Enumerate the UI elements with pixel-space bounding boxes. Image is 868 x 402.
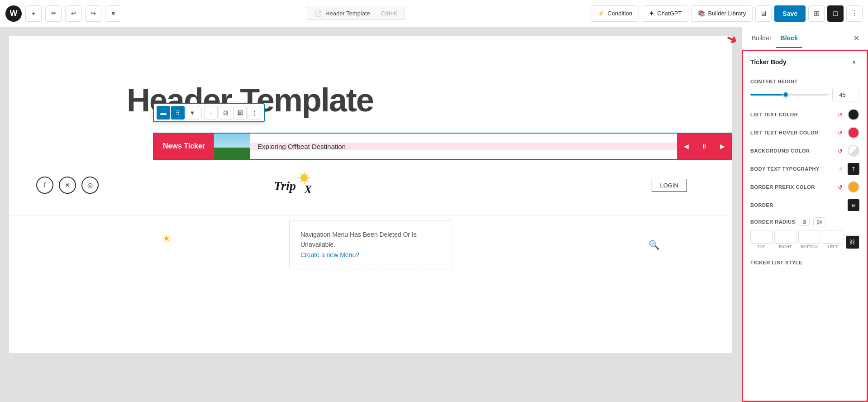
border-radius-left-input[interactable] [822,230,844,244]
content-height-input[interactable] [832,88,859,101]
background-color-row: BACKGROUND COLOR ↺ [750,145,859,157]
edit-button[interactable]: ✏ [45,5,62,22]
list-text-color-swatch[interactable] [848,109,859,120]
list-text-hover-color-label: LIST TEXT HOVER COLOR [750,130,818,135]
right-panel: Builder Block ✕ Ticker Body ∧ CONTENT HE… [741,27,868,402]
background-color-actions: ↺ [835,145,859,157]
list-text-color-label: LIST TEXT COLOR [750,112,798,117]
svg-line-7 [307,174,308,175]
toolbar-link-btn[interactable]: ⛓ [219,106,232,120]
slider-fill [750,94,786,96]
builder-library-button[interactable]: 📚 Builder Library [691,5,753,22]
ticker-pause-button[interactable]: ⏸ [695,134,713,159]
topbar-right: ⚡ Condition ✦ ChatGPT 📚 Builder Library … [591,5,863,22]
border-prefix-color-reset[interactable]: ↺ [835,182,845,192]
border-prefix-color-row: BORDER PREFIX COLOR ↺ [750,181,859,193]
ticker-next-button[interactable]: ▶ [713,134,731,159]
nav-deleted-message: Navigation Menu Has Been Deleted Or Is U… [289,220,452,269]
template-shortcut: Ctrl+K [381,10,397,17]
section-header-ticker-body: Ticker Body ∧ [743,51,867,73]
logo-svg: Trip X [272,170,326,197]
list-text-hover-color-reset[interactable]: ↺ [835,128,845,138]
border-radius-bottom-input[interactable] [798,230,820,244]
builder-library-label: Builder Library [708,10,746,17]
background-color-reset[interactable]: ↺ [835,146,845,156]
redo-button[interactable]: ↪ [85,5,101,22]
device-preview-button[interactable]: 🖥 [755,5,772,22]
builder-library-icon: 📚 [698,10,705,17]
toolbar-dropdown-btn[interactable]: ▼ [186,106,199,120]
tab-block[interactable]: Block [776,29,802,48]
border-radius-top-input[interactable] [750,230,773,244]
background-color-label: BACKGROUND COLOR [750,148,810,153]
ticker-label: News Ticker [154,134,214,159]
toolbar-more-btn[interactable]: ⋮ [248,106,261,120]
nav-area: Navigation Menu Has Been Deleted Or Is U… [9,215,732,274]
svg-text:Trip: Trip [274,179,296,193]
content-height-slider[interactable] [750,94,829,96]
border-prefix-color-swatch[interactable] [848,181,859,193]
panel-close-button[interactable]: ✕ [850,32,863,45]
body-text-typography-actions: ↺ T [835,163,859,175]
section-collapse-button[interactable]: ∧ [849,57,859,67]
typography-settings-button[interactable]: T [848,163,859,175]
condition-button[interactable]: ⚡ Condition [591,5,639,22]
undo-button[interactable]: ↩ [65,5,81,22]
border-prefix-color-actions: ↺ [835,181,859,193]
toolbar-select-btn[interactable]: ▬ [157,106,170,120]
template-name: Header Template [325,10,370,17]
preview-button[interactable]: □ [827,5,844,22]
ticker-sky [214,134,250,148]
main-layout: Header Template ▬ ⠿ ▼ ≡ ⛓ 🖼 ⋮ News Ticke… [0,27,868,402]
nav-deleted-text: Navigation Menu Has Been Deleted Or Is U… [300,231,417,248]
tab-builder[interactable]: Builder [747,29,776,48]
multi-view-button[interactable]: ⊞ [808,5,825,22]
slider-thumb[interactable] [782,91,789,98]
list-text-color-row: LIST TEXT COLOR ↺ [750,109,859,120]
border-radius-unit[interactable]: px [813,217,825,226]
border-radius-bottom-group: BOTTOM [798,230,820,249]
twitter-icon[interactable]: ✕ [59,177,76,194]
list-text-hover-color-row: LIST TEXT HOVER COLOR ↺ [750,127,859,139]
border-radius-link-button[interactable]: ⛓ [846,235,859,249]
ticker-prev-button[interactable]: ◀ [677,134,695,159]
chatgpt-icon: ✦ [649,9,654,18]
border-radius-inputs: TOP RIGHT BOTTOM LEFT [750,230,859,249]
border-radius-label: BORDER RADIUS [750,219,795,225]
svg-text:X: X [304,183,312,196]
border-radius-right-input[interactable] [774,230,796,244]
create-menu-link[interactable]: Create a new Menu? [300,251,359,258]
chatgpt-label: ChatGPT [657,10,682,17]
facebook-icon[interactable]: f [36,177,53,194]
menu-button[interactable]: ≡ [105,5,121,22]
chatgpt-button[interactable]: ✦ ChatGPT [642,5,688,22]
border-row: BORDER ⊟ [750,199,859,211]
border-radius-top-label: TOP [757,244,765,249]
list-text-color-actions: ↺ [835,109,859,120]
toolbar-image-btn[interactable]: 🖼 [233,106,247,120]
list-text-color-reset[interactable]: ↺ [835,110,845,120]
login-button[interactable]: LOGIN [652,179,687,192]
search-icon[interactable]: 🔍 [649,240,660,250]
list-text-hover-color-swatch[interactable] [848,127,859,139]
body-text-typography-reset[interactable]: ↺ [835,164,845,174]
border-radius-device-icon: 🖥 [799,218,810,226]
more-options-button[interactable]: ⋮ [846,5,863,22]
search-icon-wrapper: 🔍 [649,239,660,250]
content-height-label: CONTENT HEIGHT [750,79,859,84]
border-settings-button[interactable]: ⊟ [848,199,859,211]
add-button[interactable]: + [25,5,42,22]
content-height-row: CONTENT HEIGHT [750,79,859,101]
ticker-land [214,148,250,159]
border-radius-bottom-label: BOTTOM [801,244,818,249]
template-label[interactable]: 📄 Header Template Ctrl+K [307,7,405,20]
background-color-swatch[interactable] [848,145,859,157]
border-radius-left-label: LEFT [828,244,838,249]
brand-logo: Trip X [272,170,326,199]
toolbar-align-btn[interactable]: ≡ [204,106,218,120]
wp-logo-icon[interactable]: W [5,5,22,22]
instagram-icon[interactable]: ◎ [81,177,99,194]
save-button[interactable]: Save [774,5,806,22]
toolbar-dots-btn[interactable]: ⠿ [171,106,185,120]
border-radius-header: BORDER RADIUS 🖥 px [750,217,859,226]
